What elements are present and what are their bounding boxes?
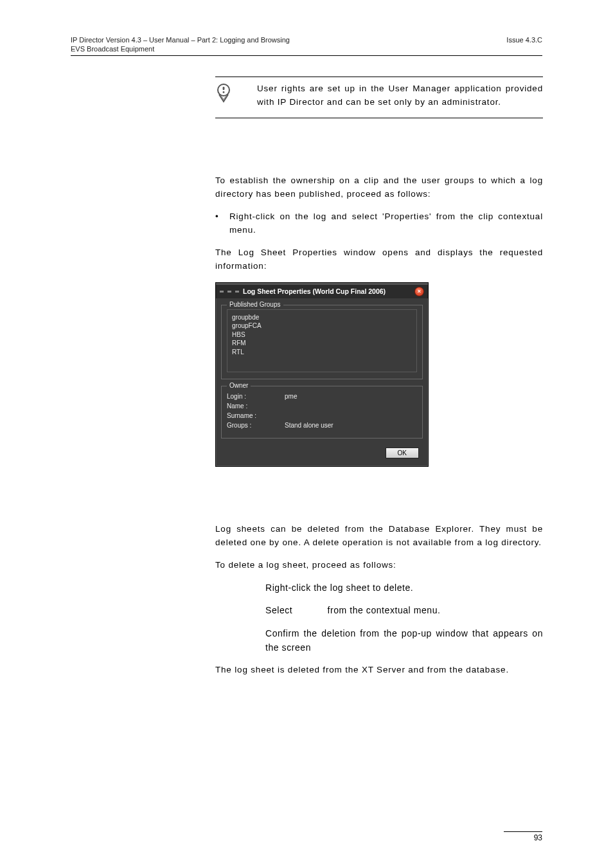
owner-login-value: pme bbox=[285, 393, 417, 400]
step-2-command: Delete bbox=[296, 605, 324, 615]
drag-handle-icon bbox=[220, 291, 239, 293]
dialog-titlebar[interactable]: Log Sheet Properties (World Cup Final 20… bbox=[216, 283, 428, 298]
list-item[interactable]: groupbde bbox=[232, 313, 412, 322]
ownership-bullet-text: Right-click on the log and select 'Prope… bbox=[229, 210, 543, 237]
published-groups-box: Published Groups groupbde groupFCA HBS R… bbox=[221, 305, 423, 379]
owner-groups-label: Groups : bbox=[227, 422, 285, 429]
step-text: Select Delete from the contextual menu. bbox=[265, 604, 543, 618]
step-text: Right-click the log sheet to delete. bbox=[265, 581, 543, 595]
ownership-bullet: • Right-click on the log and select 'Pro… bbox=[215, 210, 543, 237]
delete-para-2: To delete a log sheet, proceed as follow… bbox=[215, 559, 543, 572]
step-text: Confirm the deletion from the pop-up win… bbox=[265, 627, 543, 655]
svg-rect-2 bbox=[223, 91, 225, 93]
ownership-para-1: To establish the ownership on a clip and… bbox=[215, 174, 543, 201]
owner-surname-label: Surname : bbox=[227, 412, 285, 419]
step-number: 3. bbox=[247, 627, 265, 655]
step-number: 2. bbox=[247, 604, 265, 618]
owner-surname-value bbox=[285, 412, 417, 419]
delete-para-1: Log sheets can be deleted from the Datab… bbox=[215, 523, 543, 550]
step-number: 1. bbox=[247, 581, 265, 595]
note-text: User rights are set up in the User Manag… bbox=[257, 82, 543, 109]
step-2-suffix: from the contextual menu. bbox=[324, 605, 440, 615]
list-item[interactable]: RTL bbox=[232, 348, 412, 357]
ok-button[interactable]: OK bbox=[386, 448, 419, 458]
note-block: User rights are set up in the User Manag… bbox=[215, 77, 543, 119]
owner-box: Owner Login : pme Name : Surname : Group… bbox=[221, 386, 423, 439]
delete-step-3: 3. Confirm the deletion from the pop-up … bbox=[247, 627, 543, 655]
ownership-para-2: The Log Sheet Properties window opens an… bbox=[215, 246, 543, 273]
header-subtitle: EVS Broadcast Equipment bbox=[71, 44, 290, 53]
published-groups-list[interactable]: groupbde groupFCA HBS RFM RTL bbox=[227, 309, 417, 372]
delete-step-1: 1. Right-click the log sheet to delete. bbox=[247, 581, 543, 595]
step-2-prefix: Select bbox=[265, 605, 296, 615]
header-issue: Issue 4.3.C bbox=[506, 35, 542, 54]
list-item[interactable]: groupFCA bbox=[232, 321, 412, 330]
delete-step-2: 2. Select Delete from the contextual men… bbox=[247, 604, 543, 618]
svg-rect-1 bbox=[223, 87, 225, 90]
page-number: 93 bbox=[504, 831, 542, 842]
published-groups-label: Published Groups bbox=[227, 301, 283, 308]
list-item[interactable]: RFM bbox=[232, 339, 412, 348]
bullet-dot-icon: • bbox=[215, 210, 229, 237]
section-heading-ownership: HOW TO VIEW OWNERSHIP INFORMATION ON A L… bbox=[215, 154, 543, 165]
log-sheet-properties-dialog: Log Sheet Properties (World Cup Final 20… bbox=[215, 282, 429, 467]
delete-para-3: The log sheet is deleted from the XT Ser… bbox=[215, 664, 543, 677]
section-heading-delete: HOW TO DELETE A LOG SHEET bbox=[215, 502, 543, 514]
owner-box-label: Owner bbox=[227, 382, 251, 389]
note-icon bbox=[215, 82, 257, 103]
list-item[interactable]: HBS bbox=[232, 330, 412, 339]
owner-groups-value: Stand alone user bbox=[285, 422, 417, 429]
page-header: IP Director Version 4.3 – User Manual – … bbox=[71, 35, 542, 56]
owner-name-label: Name : bbox=[227, 402, 285, 410]
owner-name-value bbox=[285, 402, 417, 410]
dialog-title-text: Log Sheet Properties (World Cup Final 20… bbox=[243, 287, 386, 295]
header-title: IP Director Version 4.3 – User Manual – … bbox=[71, 35, 290, 44]
owner-login-label: Login : bbox=[227, 393, 285, 400]
close-icon[interactable]: × bbox=[414, 287, 424, 296]
